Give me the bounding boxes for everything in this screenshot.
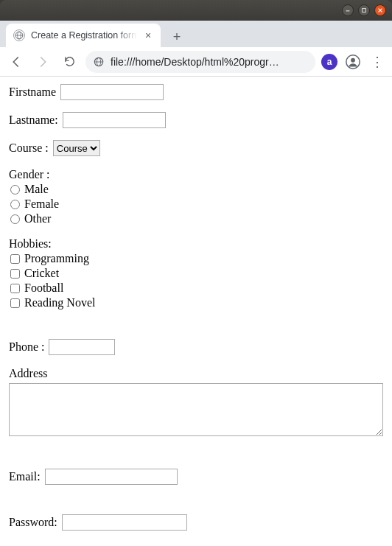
menu-button[interactable]: ⋮ (368, 53, 386, 71)
phone-label: Phone : (9, 340, 44, 353)
hobby-option-reading: Reading Novel (10, 296, 383, 309)
window-titlebar (0, 0, 392, 21)
profile-avatar-icon[interactable] (343, 52, 363, 71)
active-tab[interactable]: Create a Registration form × (6, 24, 161, 47)
page-content: Firstname Lastname: Course : Course Gend… (0, 77, 392, 546)
window-maximize-button[interactable] (358, 4, 370, 16)
phone-input[interactable] (49, 339, 115, 355)
hobby-checkbox-cricket[interactable] (10, 269, 20, 279)
course-label: Course : (9, 141, 49, 154)
tab-title: Create a Registration form (31, 30, 137, 41)
gender-radio-label: Male (24, 183, 49, 196)
tab-strip: Create a Registration form × + (0, 21, 392, 47)
hobby-checkbox-programming[interactable] (10, 254, 20, 264)
password-input[interactable] (62, 514, 187, 531)
gender-option-male: Male (10, 183, 383, 196)
gender-radio-label: Female (24, 197, 59, 211)
hobby-option-cricket: Cricket (10, 267, 383, 280)
address-label: Address (9, 367, 383, 380)
lastname-label: Lastname: (9, 113, 58, 126)
reload-button[interactable] (59, 52, 80, 72)
tab-close-icon[interactable]: × (143, 30, 153, 41)
gender-radio-label: Other (24, 212, 51, 225)
hobby-option-football: Football (10, 281, 383, 295)
address-textarea[interactable] (9, 383, 383, 436)
hobby-checkbox-label: Cricket (24, 267, 59, 280)
back-button[interactable] (6, 52, 27, 72)
gender-radio-other[interactable] (10, 214, 20, 224)
gender-option-female: Female (10, 197, 383, 211)
site-info-icon[interactable] (93, 56, 105, 68)
email-input[interactable] (45, 469, 178, 485)
globe-icon (13, 29, 25, 41)
window-minimize-button[interactable] (342, 4, 354, 16)
hobby-checkbox-reading[interactable] (10, 298, 20, 308)
browser-window: Create a Registration form × + file:///h… (0, 0, 392, 546)
firstname-label: Firstname (9, 85, 56, 98)
url-text: file:///home/Desktop/html%20progr… (111, 56, 308, 68)
forward-button[interactable] (32, 52, 53, 72)
email-label: Email: (9, 470, 41, 483)
gender-radio-male[interactable] (10, 185, 20, 195)
new-tab-button[interactable]: + (167, 27, 187, 47)
lastname-input[interactable] (63, 112, 166, 128)
extension-icon[interactable]: a (321, 54, 337, 70)
gender-label: Gender : (9, 168, 383, 181)
hobbies-label: Hobbies: (9, 237, 383, 251)
hobby-option-programming: Programming (10, 252, 383, 265)
gender-option-other: Other (10, 212, 383, 225)
hobby-checkbox-label: Programming (24, 252, 89, 265)
gender-radio-female[interactable] (10, 200, 20, 209)
course-select[interactable]: Course (53, 140, 100, 156)
hobby-checkbox-football[interactable] (10, 284, 20, 293)
hobby-checkbox-label: Reading Novel (24, 296, 95, 309)
svg-rect-1 (363, 9, 366, 13)
svg-point-11 (351, 57, 355, 62)
password-label: Password: (9, 516, 57, 528)
window-close-button[interactable] (374, 4, 386, 16)
address-bar[interactable]: file:///home/Desktop/html%20progr… (85, 51, 315, 73)
hobby-checkbox-label: Football (24, 281, 63, 295)
firstname-input[interactable] (60, 84, 164, 100)
browser-toolbar: file:///home/Desktop/html%20progr… a ⋮ (0, 47, 392, 77)
